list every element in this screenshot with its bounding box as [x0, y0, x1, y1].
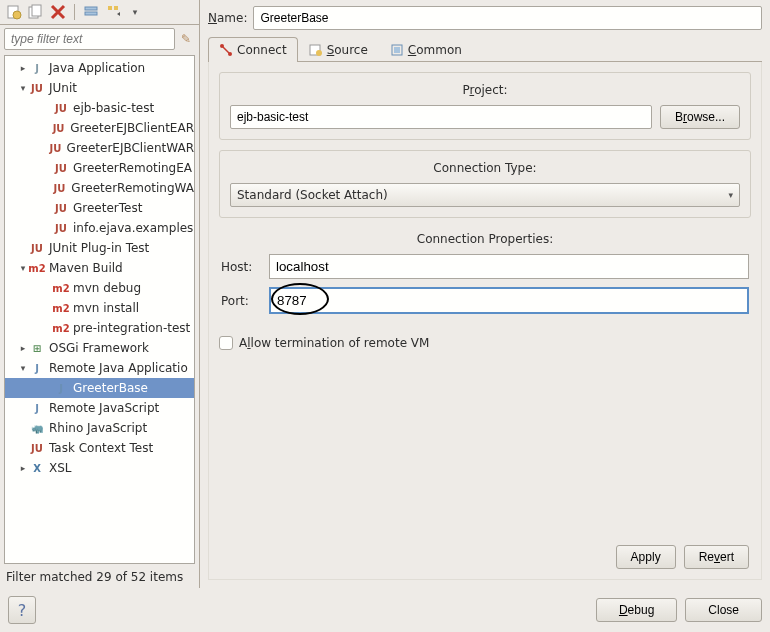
chevron-down-icon: ▾ [728, 190, 733, 200]
clear-filter-icon[interactable]: ✎ [177, 30, 195, 48]
connection-properties-group: Connection Properties: Host: Port: [219, 228, 751, 326]
expander-icon[interactable]: ▸ [17, 462, 29, 474]
tree-item[interactable]: ▾JUJUnit [5, 78, 194, 98]
help-button[interactable]: ? [8, 596, 36, 624]
node-label: OSGi Framework [49, 341, 149, 355]
node-icon: JU [53, 160, 69, 176]
duplicate-config-icon[interactable] [28, 4, 44, 20]
allow-termination-label: Allow termination of remote VM [239, 336, 429, 350]
new-config-icon[interactable] [6, 4, 22, 20]
svg-rect-13 [394, 47, 400, 53]
revert-button[interactable]: Revert [684, 545, 749, 569]
expander-icon [41, 202, 53, 214]
node-icon: JU [53, 220, 69, 236]
delete-config-icon[interactable] [50, 4, 66, 20]
node-label: ejb-basic-test [73, 101, 154, 115]
tree-item[interactable]: ▾JRemote Java Applicatio [5, 358, 194, 378]
expander-icon [41, 322, 53, 334]
expander-icon [37, 142, 48, 154]
tab-strip: Connect Source Common [208, 36, 762, 62]
node-label: Remote Java Applicatio [49, 361, 188, 375]
browse-button[interactable]: Browse... [660, 105, 740, 129]
node-label: mvn debug [73, 281, 141, 295]
svg-point-1 [13, 11, 21, 19]
node-icon: m2 [53, 300, 69, 316]
expander-icon [41, 382, 53, 394]
tree-item[interactable]: m2mvn debug [5, 278, 194, 298]
tree-item[interactable]: ▾m2Maven Build [5, 258, 194, 278]
node-label: GreeterTest [73, 201, 142, 215]
debug-button[interactable]: Debug [596, 598, 677, 622]
tab-connect-label: Connect [237, 43, 287, 57]
tree-item[interactable]: JUGreeterEJBClientEAR [5, 118, 194, 138]
dropdown-arrow-icon[interactable]: ▾ [127, 4, 143, 20]
tree-item[interactable]: m2pre-integration-test [5, 318, 194, 338]
tree-item[interactable]: m2mvn install [5, 298, 194, 318]
allow-termination-checkbox[interactable] [219, 336, 233, 350]
svg-rect-6 [108, 6, 112, 10]
node-icon: J [29, 60, 45, 76]
tree-item[interactable]: JUJUnit Plug-in Test [5, 238, 194, 258]
expander-icon [41, 102, 53, 114]
node-label: JUnit Plug-in Test [49, 241, 149, 255]
config-toolbar: ▾ [0, 0, 199, 25]
node-label: Maven Build [49, 261, 123, 275]
project-input[interactable] [230, 105, 652, 129]
node-icon: m2 [29, 260, 45, 276]
project-group: Project: Browse... [219, 72, 751, 140]
tree-item[interactable]: JUGreeterRemotingWA [5, 178, 194, 198]
expander-icon [41, 302, 53, 314]
connection-type-value: Standard (Socket Attach) [237, 188, 388, 202]
port-input[interactable] [269, 287, 749, 314]
svg-point-11 [316, 50, 322, 56]
node-icon: J [53, 380, 69, 396]
host-input[interactable] [269, 254, 749, 279]
collapse-all-icon[interactable] [83, 4, 99, 20]
node-label: info.ejava.examples [73, 221, 193, 235]
close-button[interactable]: Close [685, 598, 762, 622]
filter-config-icon[interactable] [105, 4, 121, 20]
expander-icon[interactable]: ▸ [17, 342, 29, 354]
node-label: GreeterRemotingEA [73, 161, 192, 175]
tree-item[interactable]: ▸⊞OSGi Framework [5, 338, 194, 358]
tree-item[interactable]: JUGreeterRemotingEA [5, 158, 194, 178]
tree-item[interactable]: JUGreeterTest [5, 198, 194, 218]
tree-item[interactable]: JRemote JavaScript [5, 398, 194, 418]
node-icon: 🦏 [29, 420, 45, 436]
expander-icon[interactable]: ▾ [17, 262, 29, 274]
node-icon: ⊞ [29, 340, 45, 356]
tree-item-selected[interactable]: JGreeterBase [5, 378, 194, 398]
expander-icon[interactable]: ▾ [17, 362, 29, 374]
node-label: Rhino JavaScript [49, 421, 147, 435]
project-title: Project: [230, 83, 740, 97]
tab-source-label: Source [327, 43, 368, 57]
svg-rect-5 [85, 12, 97, 15]
tab-source[interactable]: Source [298, 37, 379, 62]
node-icon: m2 [53, 320, 69, 336]
expander-icon [41, 162, 53, 174]
tab-connect[interactable]: Connect [208, 37, 298, 62]
tree-item[interactable]: 🦏Rhino JavaScript [5, 418, 194, 438]
connect-icon [219, 43, 233, 57]
node-icon: JU [29, 240, 45, 256]
tree-item[interactable]: JUejb-basic-test [5, 98, 194, 118]
connection-type-select[interactable]: Standard (Socket Attach) ▾ [230, 183, 740, 207]
apply-button[interactable]: Apply [616, 545, 676, 569]
filter-input[interactable] [4, 28, 175, 50]
node-icon: JU [29, 440, 45, 456]
connection-type-group: Connection Type: Standard (Socket Attach… [219, 150, 751, 218]
tree-item[interactable]: JUGreeterEJBClientWAR [5, 138, 194, 158]
name-input[interactable] [253, 6, 762, 30]
expander-icon [17, 402, 29, 414]
expander-icon[interactable]: ▸ [17, 62, 29, 74]
config-tree[interactable]: ▸JJava Application▾JUJUnitJUejb-basic-te… [4, 55, 195, 564]
tab-common-label: Common [408, 43, 462, 57]
node-label: GreeterRemotingWA [71, 181, 194, 195]
node-icon: JU [53, 100, 69, 116]
tree-item[interactable]: JUTask Context Test [5, 438, 194, 458]
tab-common[interactable]: Common [379, 37, 473, 62]
tree-item[interactable]: ▸JJava Application [5, 58, 194, 78]
expander-icon[interactable]: ▾ [17, 82, 29, 94]
tree-item[interactable]: ▸XXSL [5, 458, 194, 478]
tree-item[interactable]: JUinfo.ejava.examples [5, 218, 194, 238]
